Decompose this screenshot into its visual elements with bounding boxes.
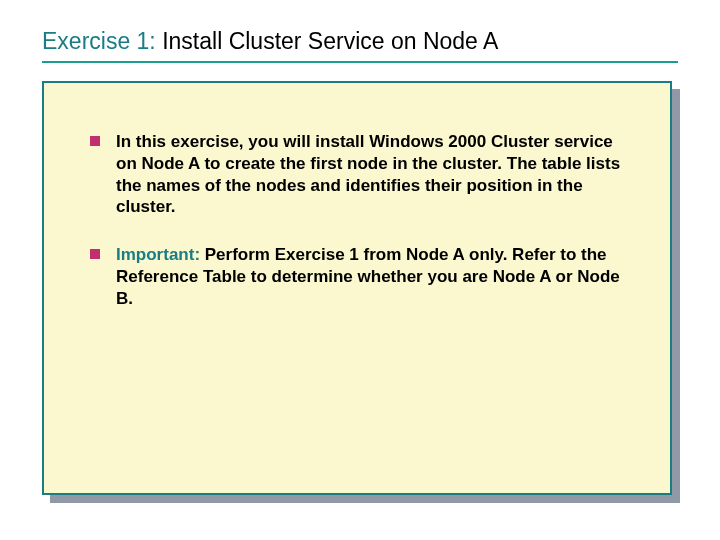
slide-title: Exercise 1: Install Cluster Service on N… <box>42 28 678 63</box>
square-bullet-icon <box>90 249 100 259</box>
list-item: Important: Perform Exercise 1 from Node … <box>90 244 630 309</box>
bullet-body: In this exercise, you will install Windo… <box>116 132 620 216</box>
title-lead: Exercise 1: <box>42 28 156 54</box>
bullet-emph: Important: <box>116 245 200 264</box>
content-panel: In this exercise, you will install Windo… <box>42 81 672 495</box>
title-rest: Install Cluster Service on Node A <box>156 28 499 54</box>
bullet-text: Important: Perform Exercise 1 from Node … <box>116 244 630 309</box>
list-item: In this exercise, you will install Windo… <box>90 131 630 218</box>
bullet-text: In this exercise, you will install Windo… <box>116 131 630 218</box>
square-bullet-icon <box>90 136 100 146</box>
content-panel-wrap: In this exercise, you will install Windo… <box>42 81 678 501</box>
